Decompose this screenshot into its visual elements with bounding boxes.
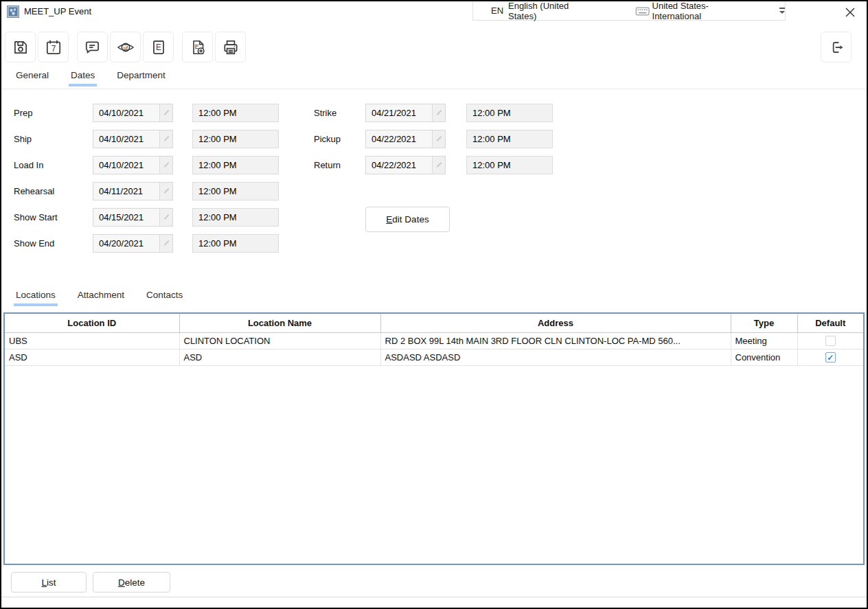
time-value: 12:00 PM [198,212,237,222]
window-title: MEET_UP Event [24,6,91,16]
date-field-label: Show Start [14,212,93,222]
column-header-location-id[interactable]: Location ID [5,314,179,332]
date-picker-button[interactable] [432,130,445,148]
main-tab-strip: General Dates Department [14,70,185,87]
date-field-label: Load In [14,160,93,170]
tab[interactable]: Locations [14,290,58,306]
time-input[interactable]: 12:00 PM [466,156,553,174]
date-input[interactable]: 04/10/2021 [93,156,173,174]
date-picker-icon [436,110,442,115]
keyboard-layout-name[interactable]: United States-International [652,1,755,21]
table-row[interactable]: UBS CLINTON LOCATION RD 2 BOX 99L 14th M… [5,332,863,349]
table-row[interactable]: ASD ASD ASDASD ASDASD Convention [5,349,863,365]
app-icon [7,5,19,18]
date-field-label: Pickup [314,134,365,144]
event-book-button[interactable]: E [143,32,174,62]
time-input[interactable]: 12:00 PM [466,130,553,148]
time-input[interactable]: 12:00 PM [192,234,279,253]
tab[interactable]: Attachment [76,290,126,306]
date-picker-button[interactable] [159,183,172,200]
list-button[interactable]: List [11,572,87,593]
time-input[interactable]: 12:00 PM [192,104,279,122]
date-input[interactable]: 04/11/2021 [93,182,173,200]
cell-location-id[interactable]: ASD [5,349,179,365]
exit-button[interactable] [821,32,852,62]
language-options-icon[interactable] [779,8,785,14]
event-book-icon: E [150,38,168,56]
print-button[interactable] [215,32,246,62]
date-picker-icon [436,162,442,168]
time-value: 12:00 PM [198,160,237,170]
language-code[interactable]: EN [491,5,503,16]
column-header-address[interactable]: Address [380,314,731,332]
date-input[interactable]: 04/21/2021 [365,104,446,122]
exit-icon [827,38,845,56]
cell-address[interactable]: ASDASD ASDASD [380,349,731,365]
date-field-label: Show End [14,238,93,249]
time-input[interactable]: 12:00 PM [192,182,279,200]
save-button[interactable] [5,32,36,62]
svg-text:E: E [156,43,161,52]
cell-location-name[interactable]: CLINTON LOCATION [179,332,380,349]
time-input[interactable]: 12:00 PM [192,156,279,174]
date-field-label: Ship [14,134,93,144]
default-checkbox[interactable] [825,352,836,363]
column-header-type[interactable]: Type [731,314,797,332]
date-input[interactable]: 04/10/2021 [93,130,173,148]
default-checkbox[interactable] [825,336,836,346]
date-input[interactable]: 04/22/2021 [365,156,446,174]
tab-label: Department [117,70,165,80]
date-picker-icon [436,136,442,141]
date-row: Prep 04/10/2021 12:00 PM [14,100,279,126]
cell-address[interactable]: RD 2 BOX 99L 14th MAIN 3RD FLOOR CLN CLI… [380,332,731,349]
date-picker-button[interactable] [159,157,172,174]
calendar-button[interactable]: 7 [38,32,69,62]
date-picker-button[interactable] [159,130,172,148]
cell-default[interactable] [797,349,863,365]
tab-label: General [16,70,49,80]
tab-label: Attachment [78,290,124,300]
cell-type[interactable]: Meeting [731,332,797,349]
close-icon[interactable] [845,7,856,18]
tab-strip-divider [1,89,867,89]
tab[interactable]: General [14,70,51,87]
column-header-location-name[interactable]: Location Name [179,314,380,332]
time-input[interactable]: 12:00 PM [466,104,553,122]
preview-button[interactable]: uf [110,32,141,62]
time-input[interactable]: 12:00 PM [192,208,279,227]
date-value: 04/10/2021 [99,160,144,170]
date-input[interactable]: 04/15/2021 [93,208,173,227]
keyboard-icon [635,5,650,16]
date-picker-button[interactable] [159,104,172,122]
date-picker-button[interactable] [159,235,172,252]
tab[interactable]: Department [115,70,168,87]
date-picker-button[interactable] [432,157,445,174]
language-bar[interactable]: EN English (United States) United States… [472,1,786,21]
cell-location-name[interactable]: ASD [179,349,380,365]
date-row: Return 04/22/2021 12:00 PM [314,152,553,178]
tab[interactable]: Dates [69,70,97,87]
date-input[interactable]: 04/20/2021 [93,234,173,253]
add-event-icon: E [189,38,207,56]
edit-dates-button[interactable]: Edit Dates [365,207,450,232]
add-event-button[interactable]: E [182,32,213,62]
date-picker-icon [163,136,169,141]
date-input[interactable]: 04/22/2021 [365,130,446,148]
date-input[interactable]: 04/10/2021 [93,104,173,122]
preview-eye-icon: uf [117,38,135,56]
date-field-label: Rehearsal [14,186,93,196]
cell-type[interactable]: Convention [731,349,797,365]
title-bar: MEET_UP Event EN English (United States)… [1,1,867,22]
date-picker-button[interactable] [432,104,445,122]
tab[interactable]: Contacts [144,290,185,306]
date-picker-button[interactable] [159,209,172,226]
toolbar: 7 uf E [5,32,248,62]
delete-button[interactable]: Delete [93,572,170,593]
cell-default[interactable] [797,332,863,349]
cell-location-id[interactable]: UBS [5,332,179,349]
language-name[interactable]: English (United States) [508,1,597,21]
svg-text:uf: uf [123,44,128,50]
time-input[interactable]: 12:00 PM [192,130,279,148]
comment-button[interactable] [77,32,108,62]
column-header-default[interactable]: Default [797,314,863,332]
